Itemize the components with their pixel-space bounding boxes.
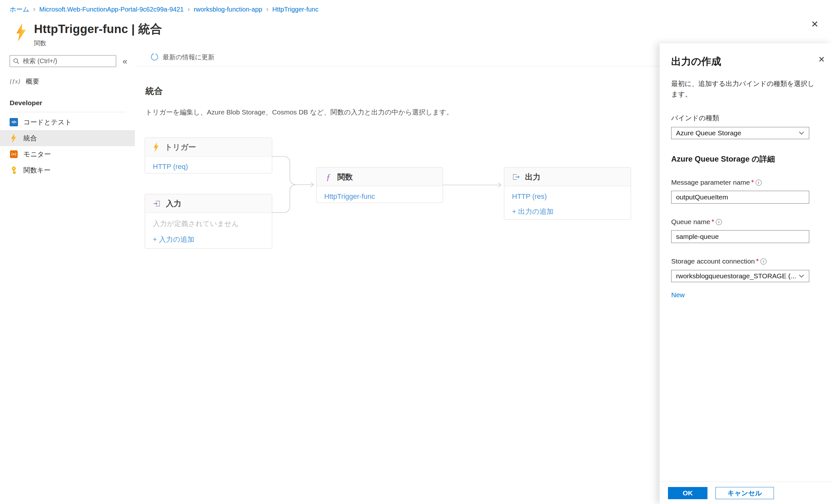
details-heading: Azure Queue Storage の詳細 (671, 154, 821, 164)
required-asterisk (750, 178, 756, 187)
output-arrow-icon (512, 173, 520, 181)
breadcrumb-function-app-link[interactable]: rworksblog-function-app (193, 6, 262, 13)
sidebar-item-label: コードとテスト (23, 118, 72, 127)
sidebar-collapse-icon[interactable]: « (123, 57, 127, 65)
storage-account-connection-value: rworksblogqueuestorage_STORAGE (... (676, 272, 799, 280)
monitor-icon (10, 150, 18, 158)
trigger-card: トリガー HTTP (req) (145, 138, 272, 173)
output-card: 出力 HTTP (res) + 出力の追加 (504, 167, 631, 220)
breadcrumb: ホーム › Microsoft.Web-FunctionApp-Portal-9… (0, 0, 832, 19)
breadcrumb-separator: › (266, 5, 268, 13)
field-label-text: Storage account connection (671, 257, 755, 265)
toolbar: 最新の情報に更新 (135, 48, 660, 66)
sidebar-item-function-keys[interactable]: 関数キー (0, 162, 135, 178)
sidebar-item-label: 関数キー (23, 166, 51, 175)
panel-title: 出力の作成 (671, 55, 821, 68)
integration-bolt-icon (10, 133, 18, 143)
required-asterisk (710, 218, 716, 226)
panel-close-icon[interactable]: ✕ (818, 55, 825, 63)
binding-type-select[interactable]: Azure Queue Storage (671, 127, 809, 139)
input-card: 入力 入力が定義されていません + 入力の追加 (145, 194, 272, 249)
field-label-text: Queue name (671, 218, 710, 226)
trigger-bolt-icon (153, 142, 160, 152)
search-icon (13, 58, 20, 65)
info-icon[interactable] (760, 258, 766, 264)
info-icon[interactable] (756, 179, 762, 186)
breadcrumb-functionapp-portal-link[interactable]: Microsoft.Web-FunctionApp-Portal-9c62c99… (39, 6, 184, 13)
page-subtitle: 関数 (34, 39, 162, 48)
breadcrumb-separator: › (33, 5, 35, 13)
overview-fx-icon: {ƒx} (10, 78, 20, 85)
add-input-link[interactable]: + 入力の追加 (153, 235, 194, 244)
panel-description: 最初に、追加する出力バインドの種類を選択します。 (671, 79, 819, 100)
function-name-link[interactable]: HttpTrigger-func (324, 192, 375, 201)
sidebar-item-integration[interactable]: 統合 (0, 130, 135, 146)
code-test-icon: </> (10, 118, 18, 126)
sidebar-item-label: 統合 (23, 134, 37, 143)
output-card-title: 出力 (525, 172, 541, 182)
refresh-button[interactable]: 最新の情報に更新 (163, 53, 214, 61)
add-output-link[interactable]: + 出力の追加 (512, 207, 553, 217)
sidebar-item-label: モニター (23, 150, 51, 159)
create-output-panel: 出力の作成 ✕ 最初に、追加する出力バインドの種類を選択します。 バインドの種類… (660, 43, 832, 504)
page-header: HttpTrigger-func | 統合 関数 (15, 21, 162, 48)
page-title: HttpTrigger-func | 統合 (34, 21, 162, 37)
panel-footer: OK キャンセル (660, 481, 832, 504)
function-keys-key-icon (10, 166, 18, 174)
new-connection-link[interactable]: New (671, 291, 685, 299)
integration-description: トリガーを編集し、Azure Blob Storage、Cosmos DB など… (146, 108, 453, 117)
input-card-title: 入力 (166, 198, 181, 209)
breadcrumb-separator: › (187, 5, 190, 13)
sidebar-item-label: 概要 (26, 77, 39, 86)
refresh-icon (150, 53, 159, 61)
required-asterisk (755, 257, 760, 265)
chevron-down-icon (799, 274, 804, 278)
function-card: ƒ 関数 HttpTrigger-func (316, 167, 443, 203)
ok-button[interactable]: OK (668, 487, 707, 499)
storage-account-connection-select[interactable]: rworksblogqueuestorage_STORAGE (... (671, 270, 809, 282)
queue-name-label: Queue name (671, 218, 821, 226)
sidebar-section-developer: Developer (10, 99, 135, 112)
breadcrumb-current-function-link[interactable]: HttpTrigger-func (272, 6, 318, 13)
sidebar-item-code-test[interactable]: </> コードとテスト (0, 114, 135, 130)
sidebar-divider (10, 112, 126, 112)
trigger-card-title: トリガー (165, 142, 196, 152)
binding-type-value: Azure Queue Storage (676, 129, 799, 137)
trigger-http-req-link[interactable]: HTTP (req) (153, 163, 188, 171)
sidebar: « {ƒx} 概要 Developer </> コードとテスト 統合 モニター (0, 48, 135, 504)
function-bolt-icon (15, 23, 28, 42)
binding-type-label-text: バインドの種類 (671, 113, 719, 122)
search-input[interactable] (10, 55, 116, 67)
function-card-title: 関数 (337, 172, 353, 182)
function-f-icon: ƒ (324, 172, 333, 182)
input-arrow-icon (153, 199, 161, 208)
binding-type-label: バインドの種類 (671, 113, 821, 122)
message-parameter-name-label: Message parameter name (671, 178, 821, 187)
input-empty-text: 入力が定義されていません (153, 219, 264, 229)
output-http-res-link[interactable]: HTTP (res) (512, 192, 547, 201)
info-icon[interactable] (716, 219, 722, 225)
sidebar-item-monitor[interactable]: モニター (0, 146, 135, 162)
main-content: 最新の情報に更新 統合 トリガーを編集し、Azure Blob Storage、… (135, 48, 660, 504)
message-parameter-name-input[interactable] (671, 191, 809, 203)
field-label-text: Message parameter name (671, 178, 750, 186)
breadcrumb-home-link[interactable]: ホーム (10, 5, 29, 14)
queue-name-input[interactable] (671, 230, 809, 243)
integration-heading: 統合 (146, 85, 163, 97)
blade-close-icon[interactable]: ✕ (811, 20, 818, 29)
cancel-button[interactable]: キャンセル (716, 487, 774, 499)
storage-account-connection-label: Storage account connection (671, 257, 821, 265)
chevron-down-icon (799, 131, 804, 135)
sidebar-item-overview[interactable]: {ƒx} 概要 (0, 74, 135, 89)
